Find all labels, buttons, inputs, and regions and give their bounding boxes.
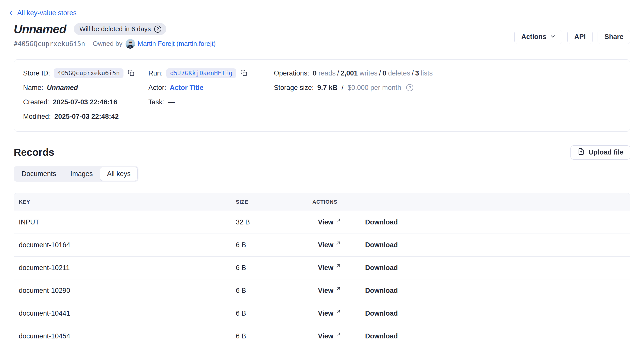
record-size: 6 B bbox=[236, 332, 312, 340]
view-link[interactable]: View bbox=[318, 332, 341, 340]
operations-separator: / bbox=[410, 69, 415, 77]
actions-button[interactable]: Actions bbox=[514, 30, 562, 44]
copy-run-id-button[interactable] bbox=[240, 69, 247, 77]
store-hash: #405GQcuprxeku6i5n bbox=[14, 40, 85, 48]
operations-reads: 0 reads bbox=[313, 69, 336, 77]
table-row: document-102906 BViewDownload bbox=[14, 279, 630, 302]
download-link[interactable]: Download bbox=[365, 310, 398, 317]
upload-file-label: Upload file bbox=[588, 148, 623, 156]
download-link[interactable]: Download bbox=[365, 264, 398, 272]
share-button-label: Share bbox=[604, 33, 623, 41]
view-label: View bbox=[318, 332, 333, 340]
record-key: document-10211 bbox=[14, 264, 236, 272]
record-actions: ViewDownload bbox=[312, 218, 630, 226]
record-key: document-10441 bbox=[14, 310, 236, 317]
tab-all-keys[interactable]: All keys bbox=[100, 167, 138, 181]
owner-link[interactable]: Martin Forejt (martin.forejt) bbox=[138, 40, 216, 48]
share-button[interactable]: Share bbox=[598, 30, 630, 44]
download-link[interactable]: Download bbox=[365, 332, 398, 340]
name-label: Name: bbox=[23, 84, 43, 92]
external-link-icon bbox=[335, 217, 341, 225]
records-title: Records bbox=[14, 147, 54, 158]
column-header-size: SIZE bbox=[236, 199, 312, 205]
deletion-badge-label: Will be deleted in 6 days bbox=[79, 25, 151, 33]
deletion-badge: Will be deleted in 6 days ? bbox=[74, 23, 166, 35]
external-link-icon bbox=[335, 331, 341, 339]
table-row: document-101646 BViewDownload bbox=[14, 234, 630, 257]
view-link[interactable]: View bbox=[318, 310, 341, 317]
record-actions: ViewDownload bbox=[312, 264, 630, 272]
record-size: 32 B bbox=[236, 218, 312, 226]
task-label: Task: bbox=[148, 98, 164, 106]
record-key: document-10290 bbox=[14, 287, 236, 295]
task-value: — bbox=[168, 98, 175, 106]
key-value-store-detail-page: All key-value stores Unnamed Will be del… bbox=[0, 0, 644, 345]
view-link[interactable]: View bbox=[318, 287, 341, 295]
copy-icon bbox=[240, 69, 247, 77]
chevron-left-icon bbox=[8, 10, 14, 16]
records-tabs: DocumentsImagesAll keys bbox=[14, 166, 138, 182]
table-row: document-104546 BViewDownload bbox=[14, 325, 630, 345]
view-link[interactable]: View bbox=[318, 241, 341, 249]
view-link[interactable]: View bbox=[318, 264, 341, 272]
view-label: View bbox=[318, 310, 333, 317]
created-label: Created: bbox=[23, 98, 49, 106]
avatar bbox=[126, 39, 135, 49]
download-link[interactable]: Download bbox=[365, 241, 398, 249]
record-size: 6 B bbox=[236, 241, 312, 249]
file-upload-icon bbox=[577, 148, 585, 157]
copy-store-id-button[interactable] bbox=[128, 69, 135, 77]
storage-cost: $0.000 per month bbox=[348, 84, 401, 92]
operations-writes: 2,001 writes bbox=[341, 69, 378, 77]
storage-separator: / bbox=[341, 84, 344, 92]
upload-file-button[interactable]: Upload file bbox=[570, 145, 630, 160]
download-link[interactable]: Download bbox=[365, 218, 398, 226]
table-row: document-104416 BViewDownload bbox=[14, 302, 630, 325]
external-link-icon bbox=[335, 263, 341, 271]
actions-button-label: Actions bbox=[521, 33, 546, 41]
table-body: INPUT32 BViewDownloaddocument-101646 BVi… bbox=[14, 211, 630, 345]
table-header: KEY SIZE ACTIONS bbox=[14, 193, 630, 211]
table-row: document-102116 BViewDownload bbox=[14, 257, 630, 279]
modified-label: Modified: bbox=[23, 113, 51, 121]
info-column-1: Store ID: 405GQcuprxeku6i5n Name: Unname… bbox=[23, 66, 148, 124]
external-link-icon bbox=[335, 240, 341, 248]
store-id-label: Store ID: bbox=[23, 69, 50, 77]
view-link[interactable]: View bbox=[318, 218, 341, 226]
storage-help-icon[interactable]: ? bbox=[406, 84, 413, 91]
operations-value: 0 reads/2,001 writes/0 deletes/3 lists bbox=[313, 69, 433, 77]
operations-separator: / bbox=[378, 69, 383, 77]
tab-documents[interactable]: Documents bbox=[14, 167, 63, 181]
run-label: Run: bbox=[148, 69, 163, 77]
page-header: Unnamed Will be deleted in 6 days ? #405… bbox=[14, 23, 630, 49]
storage-size-label: Storage size: bbox=[274, 84, 314, 92]
actor-label: Actor: bbox=[148, 84, 166, 92]
operations-deletes: 0 deletes bbox=[382, 69, 410, 77]
run-chip[interactable]: d5J7GKkjDaenHEIig bbox=[166, 68, 236, 78]
name-value: Unnamed bbox=[47, 84, 78, 92]
breadcrumb-label: All key-value stores bbox=[17, 9, 77, 17]
record-actions: ViewDownload bbox=[312, 310, 630, 317]
record-size: 6 B bbox=[236, 310, 312, 317]
title-block: Unnamed Will be deleted in 6 days ? #405… bbox=[14, 23, 216, 49]
copy-icon bbox=[128, 69, 135, 77]
info-column-3: Operations: 0 reads/2,001 writes/0 delet… bbox=[274, 66, 621, 124]
api-button[interactable]: API bbox=[567, 30, 593, 44]
tab-images[interactable]: Images bbox=[63, 167, 100, 181]
storage-size-value: 9.7 kB bbox=[317, 84, 338, 92]
column-header-key: KEY bbox=[14, 199, 236, 205]
record-key: document-10454 bbox=[14, 332, 236, 340]
external-link-icon bbox=[335, 308, 341, 316]
operations-lists: 3 lists bbox=[415, 69, 433, 77]
modified-value: 2025-07-03 22:48:42 bbox=[55, 113, 119, 121]
store-id-chip[interactable]: 405GQcuprxeku6i5n bbox=[54, 68, 124, 78]
actor-link[interactable]: Actor Title bbox=[170, 84, 204, 92]
record-actions: ViewDownload bbox=[312, 241, 630, 249]
info-column-2: Run: d5J7GKkjDaenHEIig Actor: Actor Titl… bbox=[148, 66, 274, 124]
view-label: View bbox=[318, 287, 333, 295]
help-icon[interactable]: ? bbox=[154, 26, 161, 33]
breadcrumb[interactable]: All key-value stores bbox=[8, 9, 77, 17]
page-title: Unnamed bbox=[14, 23, 66, 35]
download-link[interactable]: Download bbox=[365, 287, 398, 295]
operations-label: Operations: bbox=[274, 69, 309, 77]
